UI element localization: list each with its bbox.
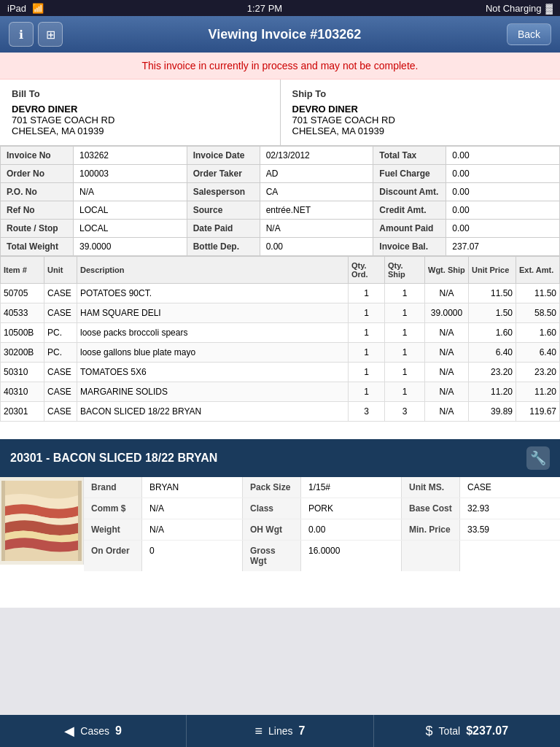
product-image <box>0 477 84 565</box>
table-row[interactable]: 10500BPC.loose packs broccoli spears11N/… <box>1 323 560 343</box>
menu-button[interactable]: ⊞ <box>38 22 63 47</box>
bottom-padding <box>0 571 560 608</box>
wifi-icon: 📶 <box>32 3 44 14</box>
product-detail-body: BrandBRYANPack Size1/15#Unit MS.CASEComm… <box>0 477 560 571</box>
detail-label: Order Taker <box>187 165 260 182</box>
product-detail-panel: 20301 - BACON SLICED 18/22 BRYAN 🔧 <box>0 439 560 571</box>
product-field-value: 33.59 <box>460 519 560 540</box>
table-cell: CASE <box>44 382 77 402</box>
header-icon-group: ℹ ⊞ <box>9 22 63 47</box>
lines-tab-icon: ≡ <box>255 724 263 739</box>
table-cell: MARGARINE SOLIDS <box>77 382 349 402</box>
product-info-grid: BrandBRYANPack Size1/15#Unit MS.CASEComm… <box>84 477 560 571</box>
table-cell: 1 <box>349 303 385 323</box>
ship-to-name: DEVRO DINER <box>292 104 549 115</box>
table-row[interactable]: 50310CASETOMATOES 5X611N/A23.2023.20 <box>1 363 560 382</box>
table-cell: N/A <box>425 323 469 343</box>
th-unit-price: Unit Price <box>469 257 516 284</box>
product-field-row: On Order0Gross Wgt16.0000 <box>84 541 560 571</box>
detail-value: 39.0000 <box>74 238 187 255</box>
total-tab-icon: $ <box>426 724 433 739</box>
detail-value: 100003 <box>74 165 187 182</box>
product-field-value: CASE <box>460 477 560 498</box>
total-tab[interactable]: $ Total $237.07 <box>374 715 560 747</box>
table-cell: 10500B <box>1 323 44 343</box>
status-left: iPad 📶 <box>7 3 44 14</box>
product-field-value: N/A <box>142 498 243 519</box>
detail-label: Total Tax <box>373 147 446 164</box>
lines-tab-count: 7 <box>299 724 306 738</box>
info-button[interactable]: ℹ <box>9 22 34 47</box>
table-cell: 40533 <box>1 303 44 323</box>
table-cell: 39.0000 <box>425 303 469 323</box>
product-detail-icon[interactable]: 🔧 <box>526 446 550 470</box>
table-cell: 1 <box>385 303 425 323</box>
battery-icon: ▓ <box>546 3 553 14</box>
cases-tab-icon: ◀ <box>64 723 74 739</box>
product-field-label <box>402 541 460 571</box>
detail-value: 0.00 <box>446 147 559 164</box>
product-field-value: PORK <box>301 498 402 519</box>
table-cell: BACON SLICED 18/22 BRYAN <box>77 402 349 422</box>
table-cell: N/A <box>425 402 469 422</box>
lines-tab-label: Lines <box>268 725 292 737</box>
detail-value: 0.00 <box>446 220 559 237</box>
detail-label: Route / Stop <box>1 220 74 237</box>
product-detail-header: 20301 - BACON SLICED 18/22 BRYAN 🔧 <box>0 439 560 477</box>
bacon-svg <box>1 481 82 561</box>
table-cell: 1 <box>385 363 425 382</box>
table-row[interactable]: 40310CASEMARGARINE SOLIDS11N/A11.2011.20 <box>1 382 560 402</box>
total-tab-count: $237.07 <box>466 724 508 738</box>
lines-tab[interactable]: ≡ Lines 7 <box>187 715 373 747</box>
product-field-label: OH Wgt <box>243 519 301 540</box>
detail-value: 0.00 <box>260 238 374 255</box>
th-ext-amt: Ext. Amt. <box>516 257 560 284</box>
table-cell: 11.50 <box>469 284 516 303</box>
detail-label: Credit Amt. <box>373 201 446 219</box>
table-cell: 119.67 <box>516 402 560 422</box>
product-field-value <box>460 541 560 571</box>
table-cell: 1.60 <box>516 323 560 343</box>
svg-rect-2 <box>78 481 82 561</box>
page-title: Viewing Invoice #103262 <box>63 27 507 42</box>
table-cell: 1 <box>385 323 425 343</box>
table-cell: HAM SQUARE DELI <box>77 303 349 323</box>
app-header: ℹ ⊞ Viewing Invoice #103262 Back <box>0 16 560 53</box>
product-field-row: BrandBRYANPack Size1/15#Unit MS.CASE <box>84 477 560 498</box>
detail-label: Total Weight <box>1 238 74 255</box>
detail-label: Invoice No <box>1 147 74 164</box>
detail-label: Ref No <box>1 201 74 219</box>
table-cell: 40310 <box>1 382 44 402</box>
detail-value: N/A <box>74 183 187 201</box>
invoice-detail-row: Total Weight39.0000Bottle Dep.0.00Invoic… <box>1 238 559 255</box>
invoice-content: Bill To DEVRO DINER 701 STAGE COACH RD C… <box>0 80 560 608</box>
product-field-label: On Order <box>84 541 142 571</box>
items-table: Item # Unit Description Qty. Ord. Qty. S… <box>0 256 560 422</box>
back-button[interactable]: Back <box>507 23 551 45</box>
invoice-detail-row: Invoice No103262Invoice Date02/13/2012To… <box>1 147 559 165</box>
invoice-detail-row: Route / StopLOCALDate PaidN/AAmount Paid… <box>1 220 559 238</box>
table-cell: 50310 <box>1 363 44 382</box>
cases-tab[interactable]: ◀ Cases 9 <box>0 715 187 747</box>
table-cell: CASE <box>44 284 77 303</box>
detail-label: Order No <box>1 165 74 182</box>
detail-label: Source <box>187 201 260 219</box>
product-field-value: 1/15# <box>301 477 402 498</box>
table-row[interactable]: 20301CASEBACON SLICED 18/22 BRYAN33N/A39… <box>1 402 560 422</box>
notice-banner: This invoice in currently in process and… <box>0 53 560 80</box>
bill-to-name: DEVRO DINER <box>12 104 268 115</box>
detail-label: P.O. No <box>1 183 74 201</box>
th-wgt-ship: Wgt. Ship <box>425 257 469 284</box>
table-row[interactable]: 40533CASEHAM SQUARE DELI1139.00001.5058.… <box>1 303 560 323</box>
table-row[interactable]: 30200BPC.loose gallons blue plate mayo11… <box>1 343 560 363</box>
product-field-label: Unit MS. <box>402 477 460 498</box>
th-item: Item # <box>1 257 44 284</box>
product-field-label: Weight <box>84 519 142 540</box>
bill-to-address1: 701 STAGE COACH RD <box>12 115 268 125</box>
product-field-label: Class <box>243 498 301 519</box>
table-cell: TOMATOES 5X6 <box>77 363 349 382</box>
table-row[interactable]: 50705CASEPOTATOES 90CT.11N/A11.5011.50 <box>1 284 560 303</box>
table-cell: POTATOES 90CT. <box>77 284 349 303</box>
table-cell: 30200B <box>1 343 44 363</box>
cases-tab-count: 9 <box>115 724 122 738</box>
